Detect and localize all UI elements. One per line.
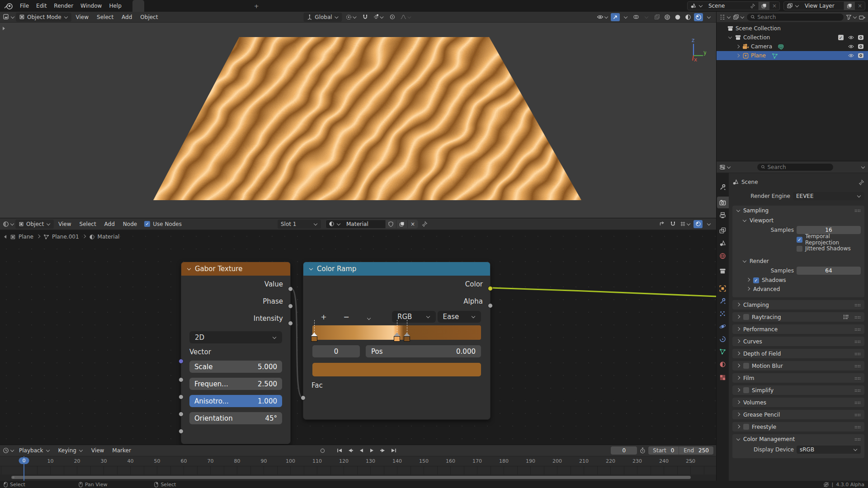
color-management-header[interactable]: Color Management (732, 434, 864, 444)
outliner-search[interactable] (746, 13, 844, 21)
gabor-texture-node[interactable]: Gabor Texture ValuePhaseIntensity 2D Vec… (181, 262, 291, 444)
color-ramp-node[interactable]: Color Ramp Color Alpha + − RGB Ease (303, 262, 491, 420)
tab-view-layer[interactable] (717, 225, 729, 236)
hide-in-viewport-toggle[interactable] (847, 44, 854, 49)
shader-menu[interactable]: Select (76, 220, 100, 229)
previous-keyframe-button[interactable] (346, 446, 355, 455)
workspace-tab[interactable] (238, 0, 250, 12)
color-stop-handle[interactable] (311, 332, 318, 343)
snap-toggle[interactable] (361, 13, 370, 21)
tab-constraints[interactable] (717, 333, 729, 345)
collapsed-section[interactable]: Film (732, 373, 864, 383)
horizontal-scrollbar[interactable] (11, 476, 691, 479)
outliner-editor-type-button[interactable] (719, 14, 731, 20)
stop-color-swatch[interactable] (312, 363, 481, 376)
pivot-point-selector[interactable] (345, 13, 358, 21)
color-output-socket[interactable] (488, 286, 493, 291)
shader-menu[interactable]: Add (101, 220, 118, 229)
node-snap-target-selector[interactable] (679, 220, 692, 228)
frequency-input-socket[interactable] (179, 394, 184, 399)
display-device-select[interactable]: sRGB (797, 446, 861, 454)
proportional-falloff-selector[interactable] (400, 13, 413, 21)
drag-grip-icon[interactable] (854, 426, 861, 428)
workspace-tab[interactable] (203, 0, 215, 12)
outliner-search-input[interactable] (757, 14, 840, 20)
shader-editor-type-button[interactable] (3, 221, 14, 227)
delete-scene-button[interactable]: × (769, 2, 779, 10)
expand-chevron-icon[interactable] (728, 35, 732, 38)
tab-object[interactable] (717, 282, 729, 294)
tab-texture[interactable] (717, 371, 729, 383)
gabor-dimensions-select[interactable]: 2D (189, 331, 282, 343)
remove-view-layer-button[interactable]: × (855, 2, 865, 10)
mode-selector[interactable]: Object Mode (16, 13, 71, 22)
node-value-field[interactable]: Scale 5.000 (189, 361, 282, 373)
phase-output-socket[interactable] (288, 304, 293, 309)
node-preview-toggle[interactable] (693, 220, 703, 228)
object-visibility-selector[interactable] (596, 13, 609, 21)
advanced-subpanel-header[interactable]: Advanced (736, 285, 861, 294)
editor-type-button[interactable] (3, 14, 15, 20)
pin-id-icon[interactable] (859, 179, 864, 185)
vector-input-socket[interactable] (179, 359, 184, 364)
overlays-dropdown[interactable] (642, 13, 651, 21)
section-checkbox[interactable] (743, 424, 749, 430)
node-value-field[interactable]: Orientation 45° (189, 412, 282, 424)
expand-chevron-icon[interactable] (736, 45, 740, 48)
properties-editor-type-button[interactable] (719, 164, 731, 170)
outliner-filter-button[interactable] (846, 14, 857, 20)
node-parent-nav-button[interactable] (657, 220, 666, 228)
disable-in-renders-toggle[interactable] (857, 44, 864, 49)
transform-orientation-selector[interactable]: Global (303, 13, 342, 22)
pin-scene-icon[interactable] (747, 2, 758, 10)
node-overlay-dropdown[interactable] (704, 220, 713, 228)
drag-grip-icon[interactable] (854, 365, 861, 367)
section-checkbox[interactable] (743, 387, 749, 393)
viewport-menu[interactable]: Add (118, 13, 136, 22)
section-checkbox[interactable] (743, 363, 749, 369)
section-checkbox[interactable] (743, 314, 749, 320)
shader-type-selector[interactable]: Object (15, 220, 54, 229)
view-layer-browse-button[interactable] (784, 2, 802, 10)
start-frame-field[interactable]: Start0 (648, 446, 679, 455)
interpolation-select[interactable]: Ease (438, 311, 481, 323)
tab-modifiers[interactable] (717, 295, 729, 307)
shader-menu[interactable]: Node (119, 220, 141, 229)
disable-in-renders-toggle[interactable] (857, 35, 864, 40)
workspace-tab[interactable] (179, 0, 191, 12)
workspace-tab[interactable] (144, 0, 156, 12)
expand-chevron-icon[interactable] (736, 54, 740, 57)
collapsed-section[interactable]: Grease Pencil (732, 410, 864, 419)
new-scene-button[interactable] (758, 2, 769, 10)
temporal-reprojection-row[interactable]: ✓ Temporal Reprojection (736, 235, 861, 244)
camera-data-icon[interactable] (778, 43, 785, 50)
drag-grip-icon[interactable] (854, 401, 861, 404)
tab-material[interactable] (717, 358, 729, 370)
disable-in-renders-toggle[interactable] (857, 53, 864, 58)
stop-index-field[interactable]: 0 (312, 345, 360, 357)
next-keyframe-button[interactable] (378, 446, 387, 455)
pin-material-icon[interactable] (422, 221, 428, 227)
intensity-output-socket[interactable] (288, 321, 293, 326)
color-mode-select[interactable]: RGB (392, 311, 436, 323)
collapsed-section[interactable]: Motion Blur (732, 361, 864, 371)
drag-grip-icon[interactable] (854, 316, 861, 319)
selectable-checkbox[interactable]: ✓ (837, 35, 844, 40)
ramp-options-button[interactable] (358, 313, 380, 321)
tab-world[interactable] (717, 250, 729, 262)
snap-target-selector[interactable] (373, 13, 385, 21)
collapsed-section[interactable]: Simplify (732, 385, 864, 395)
hide-in-viewport-toggle[interactable] (847, 53, 854, 58)
remove-stop-button[interactable]: − (335, 313, 358, 321)
fake-user-shield-button[interactable] (385, 220, 396, 228)
auto-keying-toggle[interactable] (318, 446, 327, 455)
scale-input-socket[interactable] (179, 377, 184, 382)
drag-grip-icon[interactable] (854, 389, 861, 392)
new-material-button[interactable] (396, 220, 407, 228)
drag-grip-icon[interactable] (854, 340, 861, 343)
fac-input-socket[interactable] (301, 395, 306, 400)
timeline-editor-type-button[interactable] (3, 447, 14, 454)
shader-menu[interactable]: View (55, 220, 75, 229)
value-output-socket[interactable] (288, 286, 293, 291)
timeline-channel-area[interactable] (0, 466, 716, 474)
